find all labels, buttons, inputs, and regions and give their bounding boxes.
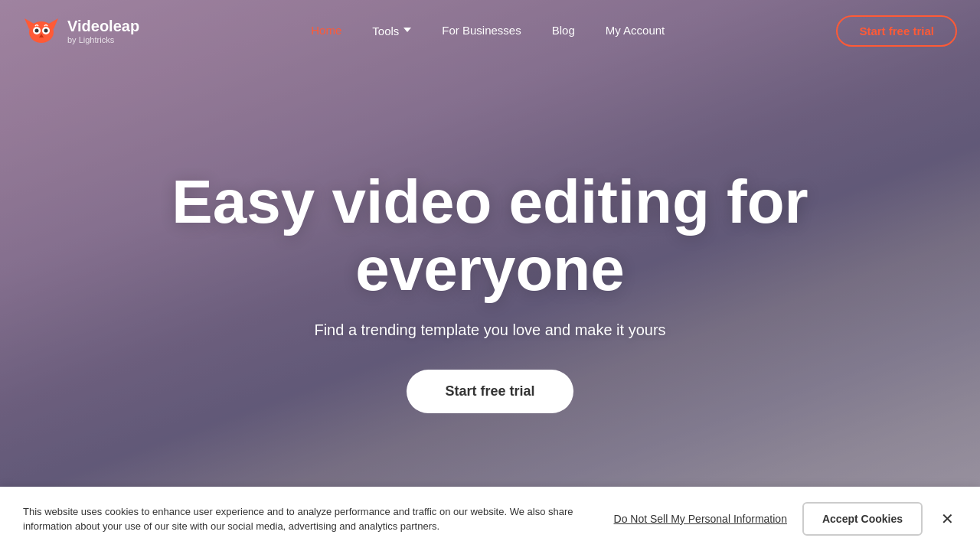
nav-item-blog[interactable]: Blog [552,24,575,37]
main-navigation: Videoleap by Lightricks Home Tools For B… [0,0,980,61]
logo-link[interactable]: Videoleap by Lightricks [23,12,139,49]
hero-title: Easy video editing for everyone [145,168,835,303]
svg-point-5 [35,29,39,33]
nav-item-tools[interactable]: Tools [372,24,411,37]
nav-link-home[interactable]: Home [311,24,341,37]
hero-start-trial-button[interactable]: Start free trial [407,370,573,413]
cookie-text: This website uses cookies to enhance use… [23,504,599,534]
nav-link-account[interactable]: My Account [606,24,665,37]
accept-cookies-button[interactable]: Accept Cookies [802,502,923,536]
nav-start-trial-button[interactable]: Start free trial [836,15,957,47]
nav-link-tools[interactable]: Tools [372,24,411,37]
cookie-banner: This website uses cookies to enhance use… [0,487,980,551]
nav-item-account[interactable]: My Account [606,24,665,37]
do-not-sell-button[interactable]: Do Not Sell My Personal Information [614,513,787,525]
hero-subtitle: Find a trending template you love and ma… [314,321,665,339]
nav-item-home[interactable]: Home [311,24,341,37]
brand-sub: by Lightricks [67,35,139,44]
nav-item-businesses[interactable]: For Businesses [442,24,521,37]
nav-links: Home Tools For Businesses Blog My Accoun… [311,24,665,37]
cookie-actions: Do Not Sell My Personal Information Acce… [614,502,957,536]
nav-link-businesses[interactable]: For Businesses [442,24,521,37]
logo-text: Videoleap by Lightricks [67,17,139,44]
chevron-down-icon [403,28,411,32]
nav-link-blog[interactable]: Blog [552,24,575,37]
hero-content: Easy video editing for everyone Find a t… [0,31,980,551]
logo-icon [23,12,60,49]
svg-point-6 [44,29,48,33]
cookie-close-button[interactable]: ✕ [938,507,957,531]
brand-name: Videoleap [67,17,139,35]
